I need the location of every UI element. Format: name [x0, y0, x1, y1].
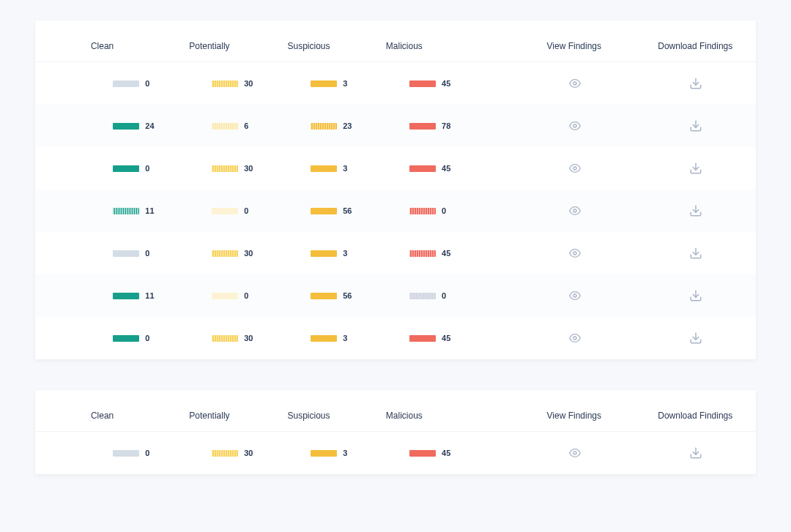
download-icon[interactable] [688, 247, 703, 260]
bar-potentially [212, 80, 238, 87]
bar-suspicious [311, 80, 337, 87]
cell-malicious: 45 [387, 334, 486, 342]
col-download: Download Findings [635, 41, 756, 51]
value-clean: 24 [145, 121, 158, 130]
svg-point-0 [573, 82, 576, 85]
cell-malicious: 45 [387, 79, 486, 88]
cell-malicious: 0 [387, 206, 486, 215]
cell-potentially: 30 [189, 334, 288, 342]
cell-potentially: 6 [189, 121, 288, 130]
bar-potentially [212, 123, 238, 130]
value-malicious: 45 [442, 164, 455, 173]
value-suspicious: 3 [343, 79, 356, 88]
bar-malicious [409, 335, 436, 342]
col-potentially: Potentially [189, 411, 287, 421]
eye-icon[interactable] [568, 77, 582, 90]
cell-suspicious: 3 [288, 449, 387, 457]
col-clean: Clean [91, 411, 189, 421]
value-suspicious: 56 [343, 291, 356, 300]
svg-point-4 [573, 167, 576, 170]
value-potentially: 6 [244, 121, 257, 130]
table-row: 11 0 56 0 [35, 190, 756, 232]
bar-potentially [212, 450, 238, 457]
bar-clean [113, 208, 139, 214]
table-row: 11 0 56 0 [35, 274, 756, 317]
cell-malicious: 45 [387, 164, 486, 173]
value-clean: 11 [145, 206, 158, 215]
bar-potentially [212, 335, 238, 342]
findings-table: Clean Potentially Suspicious Malicious V… [35, 20, 756, 359]
cell-clean: 0 [90, 164, 189, 173]
cell-suspicious: 23 [288, 121, 387, 130]
svg-point-2 [573, 124, 576, 127]
value-malicious: 78 [442, 121, 455, 130]
cell-potentially: 0 [189, 291, 288, 300]
download-icon[interactable] [688, 119, 703, 132]
eye-icon[interactable] [568, 204, 582, 217]
cell-suspicious: 3 [288, 79, 387, 88]
value-suspicious: 3 [343, 249, 356, 258]
value-suspicious: 23 [343, 121, 356, 130]
cell-clean: 0 [90, 334, 189, 342]
value-clean: 0 [145, 334, 158, 342]
value-clean: 0 [145, 249, 158, 258]
svg-point-10 [573, 294, 576, 297]
bar-potentially [212, 165, 238, 172]
col-view: View Findings [513, 41, 634, 51]
eye-icon[interactable] [568, 446, 582, 460]
bar-suspicious [311, 450, 337, 457]
bar-clean [113, 80, 139, 87]
value-malicious: 0 [442, 206, 455, 215]
cell-potentially: 30 [189, 249, 288, 258]
value-potentially: 30 [244, 449, 257, 457]
cell-clean: 24 [90, 121, 189, 130]
bar-potentially [212, 208, 238, 214]
table-row: 0 30 3 45 [35, 232, 756, 274]
download-icon[interactable] [688, 331, 703, 345]
eye-icon[interactable] [568, 247, 582, 260]
cell-malicious: 0 [387, 291, 486, 300]
bar-suspicious [311, 293, 337, 299]
eye-icon[interactable] [568, 331, 582, 345]
table-row: 0 30 3 45 [35, 147, 756, 190]
bar-potentially [212, 293, 238, 299]
cell-clean: 0 [90, 79, 189, 88]
bar-malicious [409, 450, 436, 457]
download-icon[interactable] [688, 289, 703, 302]
value-clean: 11 [145, 291, 158, 300]
cell-malicious: 45 [387, 249, 486, 258]
cell-malicious: 78 [387, 121, 486, 130]
cell-potentially: 30 [189, 449, 288, 457]
findings-table: Clean Potentially Suspicious Malicious V… [35, 390, 756, 474]
download-icon[interactable] [688, 446, 703, 460]
bar-malicious [409, 208, 436, 214]
value-potentially: 0 [244, 291, 257, 300]
table-header: Clean Potentially Suspicious Malicious V… [35, 390, 756, 432]
cell-malicious: 45 [387, 449, 486, 457]
col-suspicious: Suspicious [288, 41, 386, 51]
value-clean: 0 [145, 164, 158, 173]
download-icon[interactable] [688, 204, 703, 217]
cell-suspicious: 56 [288, 206, 387, 215]
col-malicious: Malicious [386, 41, 484, 51]
value-suspicious: 56 [343, 206, 356, 215]
bar-clean [113, 293, 139, 299]
col-download: Download Findings [635, 411, 756, 421]
eye-icon[interactable] [568, 289, 582, 302]
bar-clean [113, 250, 139, 257]
bar-suspicious [311, 208, 337, 214]
bar-malicious [409, 80, 436, 87]
download-icon[interactable] [688, 162, 703, 175]
bar-malicious [409, 123, 436, 130]
bar-suspicious [311, 335, 337, 342]
value-potentially: 30 [244, 79, 257, 88]
value-clean: 0 [145, 79, 158, 88]
eye-icon[interactable] [568, 119, 582, 132]
eye-icon[interactable] [568, 162, 582, 175]
download-icon[interactable] [688, 77, 703, 90]
bar-malicious [409, 165, 436, 172]
cell-clean: 0 [90, 449, 189, 457]
cell-clean: 0 [90, 249, 189, 258]
value-suspicious: 3 [343, 164, 356, 173]
cell-clean: 11 [90, 206, 189, 215]
